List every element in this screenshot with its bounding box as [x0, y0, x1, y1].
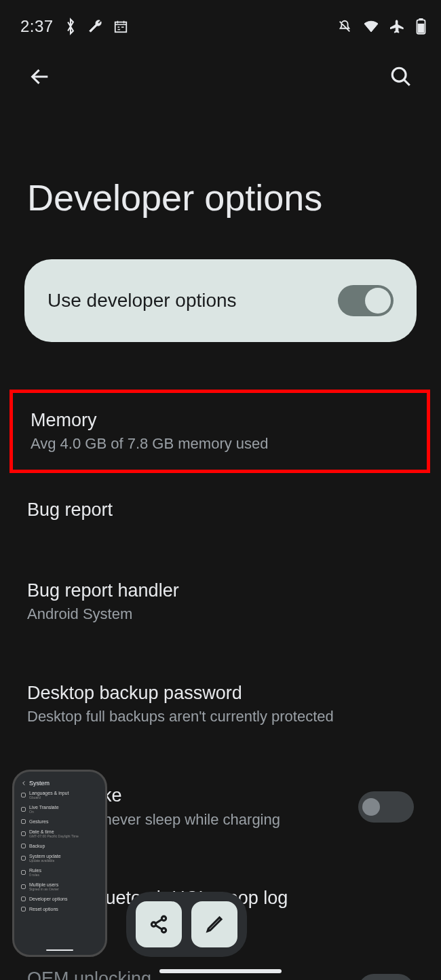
svg-rect-3 [418, 24, 423, 33]
switch-knob [365, 288, 391, 314]
calendar-icon [113, 19, 128, 34]
setting-desktop-backup-password[interactable]: Desktop backup password Desktop full bac… [0, 664, 441, 744]
oem-unlocking-switch[interactable] [358, 974, 414, 980]
setting-subtitle: Desktop full backups aren't currently pr… [27, 706, 414, 728]
share-button[interactable] [136, 901, 182, 947]
bluetooth-icon [64, 18, 77, 35]
edit-button[interactable] [191, 901, 237, 947]
thumb-title: System [29, 780, 50, 787]
master-toggle-card[interactable]: Use developer options [24, 259, 417, 342]
setting-bug-report-handler[interactable]: Bug report handler Android System [0, 562, 441, 641]
master-toggle-label: Use developer options [47, 290, 237, 312]
setting-title: Bug report handler [27, 578, 414, 603]
setting-subtitle: Android System [27, 604, 414, 625]
svg-rect-0 [115, 22, 126, 33]
arrow-back-icon [28, 65, 52, 88]
svg-rect-2 [419, 18, 423, 20]
setting-memory[interactable]: Memory Avg 4.0 GB of 7.8 GB memory used [13, 393, 427, 470]
setting-subtitle: Avg 4.0 GB of 7.8 GB memory used [31, 434, 409, 455]
screenshot-actions [126, 892, 247, 957]
app-bar [0, 41, 441, 95]
status-bar: 2:37 [0, 0, 441, 41]
back-button[interactable] [24, 61, 56, 95]
setting-bug-report[interactable]: Bug report [0, 473, 441, 538]
master-toggle-switch[interactable] [338, 285, 394, 316]
svg-point-4 [392, 68, 406, 81]
switch-knob [362, 798, 380, 816]
battery-icon [416, 18, 426, 35]
status-right [337, 18, 426, 35]
setting-title: Desktop backup password [27, 681, 414, 705]
wifi-icon [363, 20, 379, 33]
status-left: 2:37 [20, 17, 128, 36]
edit-icon [204, 914, 225, 935]
search-button[interactable] [385, 61, 417, 95]
setting-title: Memory [31, 408, 409, 432]
screenshot-thumbnail[interactable]: System Languages & inputGboard Live Tran… [12, 770, 107, 957]
wrench-icon [88, 19, 102, 34]
screenshot-overlay: System Languages & inputGboard Live Tran… [12, 770, 247, 957]
status-time: 2:37 [20, 17, 54, 36]
highlight-annotation: Memory Avg 4.0 GB of 7.8 GB memory used [9, 390, 430, 473]
gesture-nav-bar[interactable] [159, 969, 282, 973]
notifications-off-icon [337, 19, 352, 34]
search-icon [389, 65, 413, 88]
share-icon [149, 914, 169, 935]
setting-title: Bug report [27, 497, 414, 522]
airplane-icon [390, 19, 405, 34]
page-title: Developer options [0, 95, 441, 259]
stay-awake-switch[interactable] [358, 791, 414, 823]
